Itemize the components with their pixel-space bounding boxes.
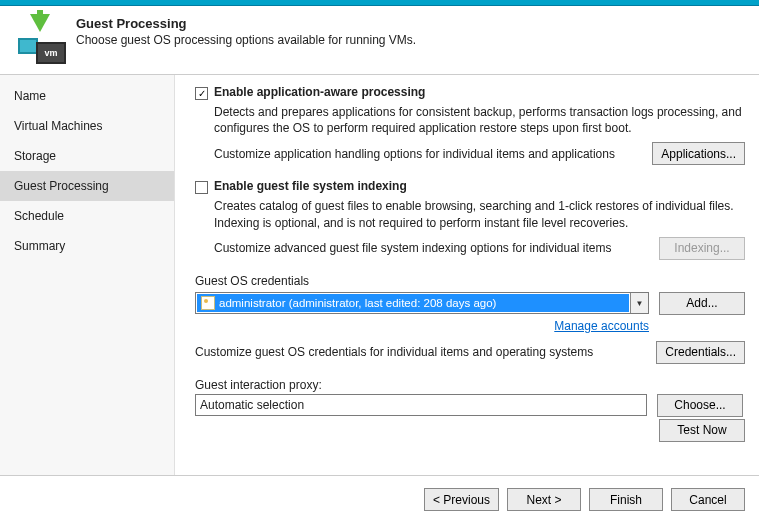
app-aware-description: Detects and prepares applications for co… — [214, 104, 745, 136]
page-title: Guest Processing — [76, 16, 416, 31]
wizard-footer: < Previous Next > Finish Cancel — [0, 475, 759, 521]
credentials-button[interactable]: Credentials... — [656, 341, 745, 364]
app-aware-customize-text: Customize application handling options f… — [214, 147, 652, 161]
enable-app-aware-checkbox[interactable] — [195, 87, 208, 100]
test-now-button[interactable]: Test Now — [659, 419, 745, 442]
nav-item-storage[interactable]: Storage — [0, 141, 174, 171]
nav-item-guest-processing[interactable]: Guest Processing — [0, 171, 174, 201]
header: vm Guest Processing Choose guest OS proc… — [0, 6, 759, 75]
previous-button[interactable]: < Previous — [424, 488, 499, 511]
finish-button[interactable]: Finish — [589, 488, 663, 511]
credentials-customize-text: Customize guest OS credentials for indiv… — [195, 345, 656, 359]
applications-button[interactable]: Applications... — [652, 142, 745, 165]
indexing-description: Creates catalog of guest files to enable… — [214, 198, 745, 230]
manage-accounts-link[interactable]: Manage accounts — [554, 319, 649, 333]
next-button[interactable]: Next > — [507, 488, 581, 511]
credentials-select[interactable]: administrator (administrator, last edite… — [195, 292, 649, 314]
nav-item-schedule[interactable]: Schedule — [0, 201, 174, 231]
nav-item-name[interactable]: Name — [0, 81, 174, 111]
nav-item-virtual-machines[interactable]: Virtual Machines — [0, 111, 174, 141]
add-credential-button[interactable]: Add... — [659, 292, 745, 315]
credentials-selected-text: administrator (administrator, last edite… — [219, 297, 496, 309]
cancel-button[interactable]: Cancel — [671, 488, 745, 511]
wizard-nav: Name Virtual Machines Storage Guest Proc… — [0, 75, 175, 475]
content-panel: Enable application-aware processing Dete… — [175, 75, 759, 475]
page-subtitle: Choose guest OS processing options avail… — [76, 33, 416, 47]
proxy-label: Guest interaction proxy: — [195, 378, 745, 392]
enable-app-aware-label: Enable application-aware processing — [214, 85, 425, 99]
credential-icon — [201, 296, 215, 310]
indexing-customize-text: Customize advanced guest file system ind… — [214, 241, 659, 255]
enable-indexing-label: Enable guest file system indexing — [214, 179, 407, 193]
indexing-button: Indexing... — [659, 237, 745, 260]
guest-credentials-label: Guest OS credentials — [195, 274, 745, 288]
enable-indexing-checkbox[interactable] — [195, 181, 208, 194]
choose-proxy-button[interactable]: Choose... — [657, 394, 743, 417]
chevron-down-icon[interactable]: ▼ — [630, 293, 648, 313]
proxy-input[interactable]: Automatic selection — [195, 394, 647, 416]
nav-item-summary[interactable]: Summary — [0, 231, 174, 261]
guest-processing-icon: vm — [18, 16, 66, 64]
